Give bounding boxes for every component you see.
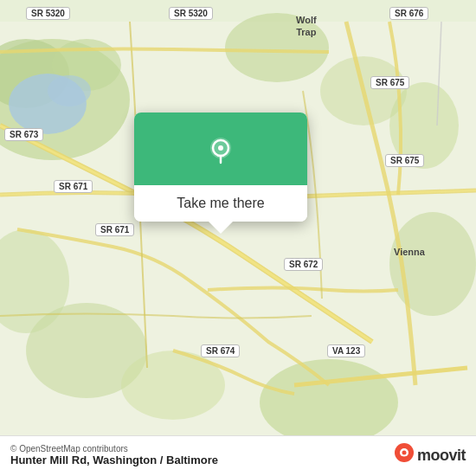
moovit-text: moovit (417, 447, 466, 465)
road-badge-sr5320-left: SR 5320 (26, 7, 70, 20)
road-badge-sr675-2: SR 675 (385, 154, 424, 167)
take-me-there-label: Take me there (177, 196, 264, 210)
road-badge-sr671-center: SR 671 (95, 223, 134, 236)
road-badge-sr5320-center: SR 5320 (169, 7, 213, 20)
moovit-logo: moovit (395, 443, 466, 467)
road-badge-sr676: SR 676 (389, 7, 428, 20)
bottom-bar: © OpenStreetMap contributors Hunter Mill… (0, 435, 476, 476)
osm-credit: © OpenStreetMap contributors (10, 444, 218, 453)
svg-point-12 (260, 359, 398, 446)
place-label-vienna: Vienna (394, 247, 425, 257)
road-badge-sr675-1: SR 675 (370, 76, 409, 89)
map-svg (0, 0, 476, 476)
svg-point-17 (218, 145, 223, 151)
place-label-wolf-trap: WolfTrap (296, 14, 317, 39)
svg-point-6 (48, 75, 91, 106)
popup-card[interactable]: Take me there (134, 113, 307, 222)
location-pin-icon (202, 132, 240, 170)
road-badge-sr674: SR 674 (201, 344, 240, 357)
popup-bottom[interactable]: Take me there (134, 185, 307, 222)
popup-top (134, 113, 307, 185)
map-container: SR 5320 SR 5320 SR 676 SR 675 SR 675 SR … (0, 0, 476, 476)
road-badge-va123: VA 123 (327, 344, 365, 357)
road-badge-sr672: SR 672 (284, 258, 323, 271)
road-badge-sr673: SR 673 (4, 128, 43, 141)
road-badge-sr671-left: SR 671 (54, 180, 93, 193)
bottom-bar-info: © OpenStreetMap contributors Hunter Mill… (10, 444, 218, 466)
location-title: Hunter Mill Rd, Washington / Baltimore (10, 453, 218, 466)
moovit-pin-icon (395, 443, 414, 467)
svg-point-20 (402, 451, 406, 455)
